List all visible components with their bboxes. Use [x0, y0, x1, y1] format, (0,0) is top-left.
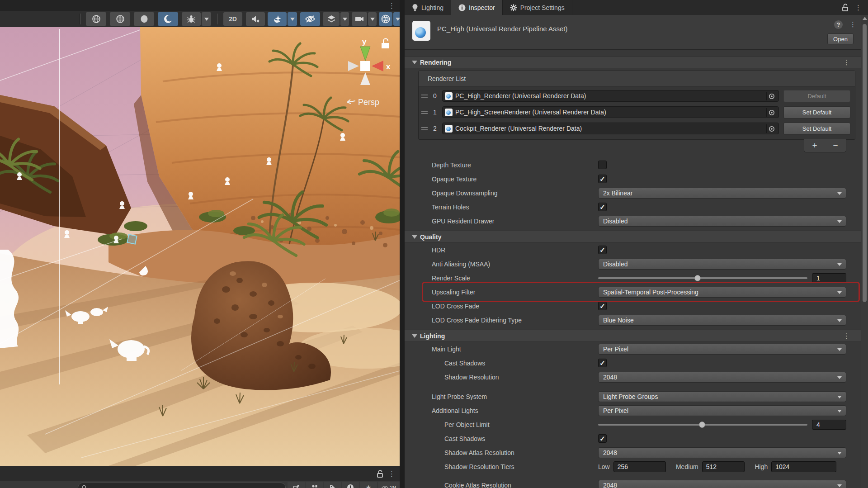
panel-unlock-icon[interactable] — [377, 470, 383, 478]
panel-menu-kebab-icon[interactable] — [388, 470, 395, 477]
object-picker-icon[interactable] — [766, 108, 776, 117]
lod-cross-fade-dithering-type-dropdown[interactable]: Blue Noise — [598, 315, 846, 326]
set-default-button[interactable]: Set Default — [783, 123, 850, 135]
scene-toolbar-chevron-down-dropdown[interactable] — [393, 12, 400, 26]
foldout-open-icon[interactable] — [412, 61, 417, 64]
scene-toolbar-chevron-down-dropdown[interactable] — [340, 12, 349, 26]
hdr-checkbox[interactable]: ✓ — [598, 246, 607, 254]
renderer-object-field[interactable]: Cockpit_Renderer (Universal Renderer Dat… — [442, 123, 779, 134]
star-icon[interactable]: ★ — [360, 482, 377, 488]
scene-menu-kebab-icon[interactable] — [388, 2, 395, 9]
slider-handle[interactable] — [694, 275, 701, 281]
per-object-limit-slider[interactable] — [598, 424, 807, 426]
scene-toolbar-effects-sparkle-button[interactable] — [268, 12, 287, 26]
shadow-atlas-resolution-dropdown[interactable]: 2048 — [598, 447, 846, 458]
opaque-texture-checkbox[interactable]: ✓ — [598, 175, 607, 183]
cast-shadows-checkbox[interactable]: ✓ — [598, 359, 607, 367]
property-label: HDR — [432, 246, 445, 254]
opaque-downsampling-dropdown[interactable]: 2x Bilinear — [598, 188, 846, 199]
object-picker-icon[interactable] — [766, 124, 776, 133]
prefab-person-icon[interactable] — [306, 482, 323, 488]
remove-renderer-button[interactable]: − — [825, 139, 846, 152]
scene-toolbar-hidden-eye-button[interactable] — [300, 12, 320, 26]
section-header-rendering[interactable]: Rendering — [405, 56, 861, 68]
depth-texture-checkbox[interactable] — [598, 161, 607, 169]
section-kebab-icon[interactable] — [843, 59, 850, 66]
foldout-open-icon[interactable] — [412, 334, 417, 338]
drag-handle-icon[interactable] — [421, 127, 428, 130]
low-tier-field[interactable]: 256 — [613, 461, 666, 472]
renderer-object-field[interactable]: PC_High_Renderer (Universal Renderer Dat… — [442, 90, 779, 102]
drag-handle-icon[interactable] — [421, 95, 428, 98]
row-cookie-atlas-resolution: Cookie Atlas Resolution2048 — [405, 478, 861, 488]
per-object-limit-value-field[interactable]: 4 — [812, 420, 846, 430]
scene-toolbar-gizmo-globe-button[interactable] — [379, 12, 392, 26]
render-scale-value-field[interactable]: 1 — [812, 273, 846, 283]
scene-toolbar-audio-muted-button[interactable] — [246, 12, 265, 26]
shadow-resolution-dropdown[interactable]: 2048 — [598, 372, 846, 383]
axis-y-label: y — [362, 38, 367, 46]
header-kebab-icon[interactable] — [849, 21, 856, 28]
high-tier-field[interactable]: 1024 — [771, 461, 836, 472]
scene-toolbar-chevron-down-dropdown[interactable] — [202, 12, 211, 26]
scene-toolbar-shaded-sphere-button[interactable] — [134, 12, 154, 26]
cookie-atlas-resolution-dropdown[interactable]: 2048 — [598, 480, 846, 488]
scene-toolbar-chevron-down-dropdown[interactable] — [288, 12, 297, 26]
drag-handle-icon[interactable] — [421, 111, 428, 114]
help-icon[interactable]: ? — [834, 20, 843, 29]
light-probe-system-dropdown[interactable]: Light Probe Groups — [598, 391, 846, 402]
open-button[interactable]: Open — [827, 33, 854, 44]
medium-tier-field[interactable]: 512 — [702, 461, 745, 472]
search-field[interactable] — [78, 483, 286, 488]
scrollbar[interactable] — [861, 15, 868, 488]
anti-aliasing-msaa-dropdown[interactable]: Disabled — [598, 259, 846, 270]
chevron-down-icon — [837, 291, 842, 294]
renderer-asset-icon — [445, 92, 453, 100]
scene-toolbar-camera-button[interactable] — [352, 12, 367, 26]
add-renderer-button[interactable]: + — [804, 139, 825, 152]
scene-toolbar-shaded-wireframe-globe-button[interactable] — [110, 12, 130, 26]
gpu-resident-drawer-dropdown[interactable]: Disabled — [598, 216, 846, 227]
section-header-quality[interactable]: Quality — [405, 231, 861, 243]
unlock-icon[interactable] — [842, 4, 849, 11]
main-light-dropdown[interactable]: Per Pixel — [598, 344, 846, 355]
scene-toolbar-2d-button[interactable]: 2D — [223, 12, 242, 26]
search-input[interactable] — [87, 484, 268, 488]
visibility-count[interactable]: 28 — [378, 482, 400, 488]
tier-label: Low — [598, 463, 610, 470]
property-label: Shadow Resolution Tiers — [444, 463, 514, 470]
tab-project-settings[interactable]: Project Settings — [503, 0, 572, 15]
scene-toolbar-chevron-down-dropdown[interactable] — [368, 12, 377, 26]
object-picker-icon[interactable] — [766, 92, 776, 100]
scene-3d-viewport[interactable]: y x Persp — [0, 27, 400, 466]
scrollbar-thumb[interactable] — [863, 24, 867, 302]
exclamation-icon[interactable] — [342, 482, 359, 488]
cast-shadows-checkbox[interactable]: ✓ — [598, 434, 607, 443]
scene-toolbar-layers-button[interactable] — [323, 12, 340, 26]
row-additional-lights: Additional LightsPer Pixel — [405, 403, 861, 417]
renderer-list-row: 0PC_High_Renderer (Universal Renderer Da… — [419, 88, 855, 104]
additional-lights-dropdown[interactable]: Per Pixel — [598, 405, 846, 416]
slider-handle[interactable] — [699, 422, 705, 428]
window-menu-kebab-icon[interactable] — [855, 4, 862, 11]
section-label: Lighting — [420, 332, 445, 340]
scene-toolbar-debug-bug-button[interactable] — [182, 12, 201, 26]
tab-lighting[interactable]: Lighting — [405, 0, 451, 15]
terrain-holes-checkbox[interactable]: ✓ — [598, 203, 607, 211]
section-header-lighting[interactable]: Lighting — [405, 330, 861, 342]
upscaling-filter-dropdown[interactable]: Spatial-Temporal Post-Processing — [598, 287, 846, 298]
renderer-object-field[interactable]: PC_High_ScreenRenderer (Universal Render… — [442, 106, 779, 118]
renderer-list-header[interactable]: Renderer List — [419, 71, 855, 86]
urp-asset-icon — [412, 21, 430, 41]
render-scale-slider[interactable] — [598, 277, 807, 279]
scroll-up-arrow-icon[interactable] — [863, 17, 867, 20]
section-kebab-icon[interactable] — [843, 332, 850, 339]
scene-toolbar-crescent-shading-button[interactable] — [158, 12, 178, 26]
set-default-button[interactable]: Set Default — [783, 106, 850, 118]
tag-icon[interactable] — [324, 482, 341, 488]
lod-cross-fade-checkbox[interactable]: ✓ — [598, 302, 607, 310]
box-arrow-icon[interactable] — [288, 482, 305, 488]
scene-toolbar-wireframe-globe-button[interactable] — [86, 12, 106, 26]
tab-inspector[interactable]: Inspector — [451, 0, 503, 15]
foldout-open-icon[interactable] — [412, 235, 417, 239]
